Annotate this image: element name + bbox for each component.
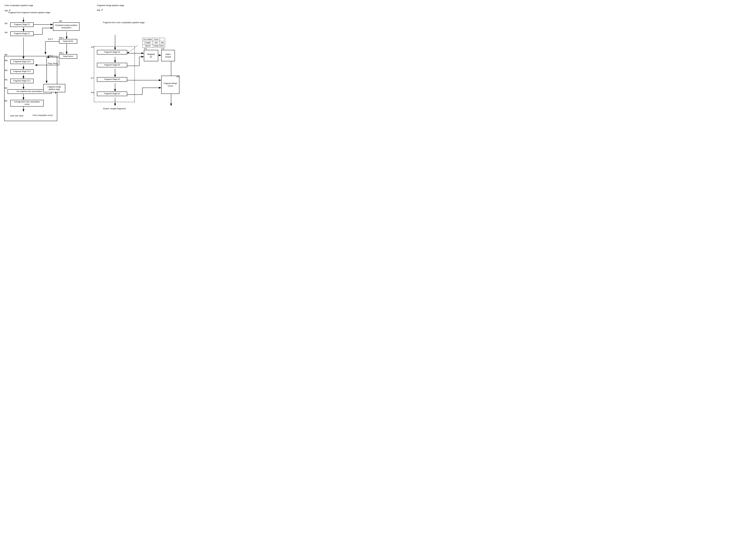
fragment-merge-pipeline-box: Fragment merge pipeline stage: [43, 84, 65, 92]
num-456-1b: 456-1: [59, 52, 64, 54]
fragments-label: Frag- ments: [48, 62, 58, 65]
swap-vector-2: Swap Vector: [59, 54, 77, 59]
num-463: 463: [4, 60, 7, 62]
num-466: 466: [4, 100, 7, 102]
fragment-stage-d2: Fragment Stage D2: [97, 77, 127, 82]
num-460: 460: [4, 54, 7, 56]
color-computation-circuit-label: Color computation circuit: [33, 114, 52, 117]
num-464: 464: [4, 87, 7, 89]
left-stage-label: Color computation pipeline stage: [4, 4, 33, 7]
swap-vector-1: Swap Vector: [59, 39, 77, 44]
table-cell-stencil: Stencil: [143, 44, 153, 47]
table-cell-zdepth: Z-depth: [143, 41, 153, 44]
num-476: 476: [176, 76, 179, 78]
right-stage-num: 408 ↗: [97, 8, 103, 12]
num-450: 450: [59, 20, 62, 23]
fragment-stage-d4: Fragment Stage D4: [97, 50, 127, 54]
table-cell-cov-mask: Cov. Mask: [143, 38, 153, 41]
num-472: 472: [144, 48, 147, 50]
z-comparators: Z(subpixel sample position) comparators: [53, 22, 80, 31]
table-cell-zdx: Zdx: [153, 41, 159, 44]
avg-color-circuit: Average pixel color computation circuit: [10, 100, 44, 107]
num-462: 462: [4, 69, 7, 72]
fragment-fields-table: Cov. Mask Color Z-depth Zdx Zdy Stencil …: [142, 38, 165, 47]
num-456-1a: 456-1: [59, 37, 64, 39]
select-closest: Select Closest: [161, 50, 175, 61]
num-478: 478: [91, 92, 94, 94]
fragment-merge-circuit: Fragment Merge Circuit: [161, 76, 179, 94]
num-461: 461: [4, 79, 7, 81]
num-452: 452: [4, 22, 7, 25]
table-cell-swap-vector: Swap Vector: [153, 44, 165, 47]
num-470: 470: [91, 46, 94, 49]
table-cell-color: Color: [153, 38, 159, 41]
fragment-from-insertion-label: Fragment from fragment insertion pipelin…: [8, 11, 50, 14]
pixel-color-label: pixel color value: [10, 115, 23, 117]
fragment-stage-cc1: Fragment Stage CC1: [10, 79, 34, 83]
right-stage-label: Fragment merge pipeline stage: [97, 4, 124, 7]
fragment-stage-c2: Fragment Stage C2: [10, 22, 34, 27]
sv23-label: SV2-3: [48, 38, 53, 41]
fragment-from-color-label: Fragment from color computation pipeline…: [103, 21, 145, 24]
fragment-stage-cc2: Fragment Stage CC2: [10, 69, 34, 74]
num-474: 474: [161, 48, 164, 50]
fragment-stage-d1: Fragment Stage D1: [97, 92, 127, 96]
weighted-delta-z: WeightedΔZ: [144, 50, 158, 61]
sorted-merged-label: Sorted, merged fragments: [103, 108, 126, 110]
fragment-stage-c1: Fragment Stage C1: [10, 31, 34, 36]
num-477: 477: [91, 77, 94, 80]
fragment-stage-d3: Fragment Stage D3: [97, 63, 127, 67]
fragment-stage-cc3: Fragment Stage CC3: [10, 60, 34, 64]
table-cell-zdy: Zdy: [159, 41, 165, 44]
diagram: Color computation pipeline stage 406 ↗ F…: [0, 0, 189, 140]
num-454: 454: [4, 31, 7, 34]
